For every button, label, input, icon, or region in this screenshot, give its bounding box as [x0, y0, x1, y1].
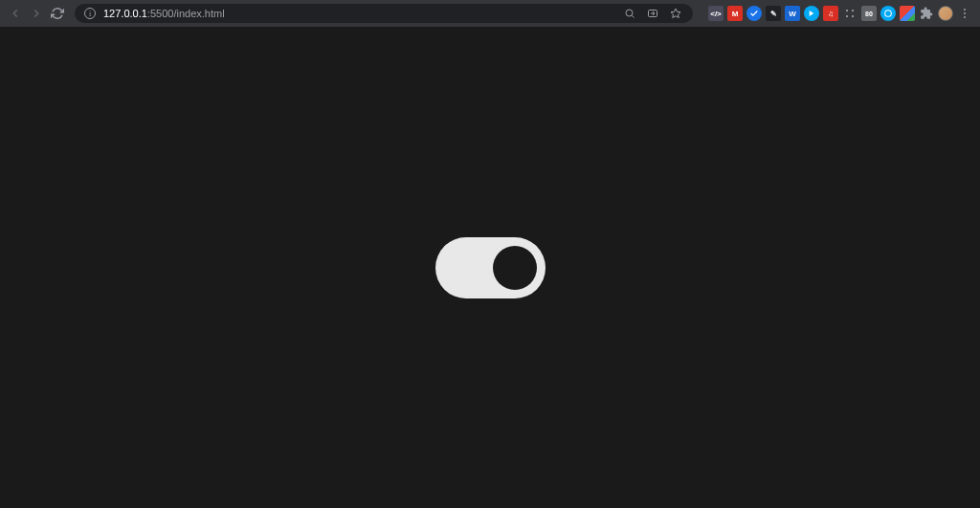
- extension-checkmark-icon[interactable]: [746, 6, 762, 21]
- profile-avatar[interactable]: [938, 6, 953, 21]
- extensions-puzzle-icon[interactable]: [919, 6, 934, 21]
- extension-cyan-icon[interactable]: [880, 6, 896, 21]
- toggle-knob: [493, 246, 537, 290]
- svg-point-0: [626, 10, 633, 16]
- url-text: 127.0.0.1:5500/index.html: [103, 8, 614, 19]
- extension-mega-icon[interactable]: M: [727, 6, 743, 21]
- share-icon[interactable]: [645, 6, 660, 21]
- browser-menu-icon[interactable]: [957, 6, 972, 21]
- extension-w-icon[interactable]: W: [785, 6, 800, 21]
- svg-point-8: [885, 11, 892, 17]
- address-bar[interactable]: i 127.0.0.1:5500/index.html: [75, 4, 693, 23]
- page-content: [0, 27, 980, 508]
- url-path: /index.html: [173, 8, 224, 19]
- url-port: :5500: [147, 8, 174, 19]
- back-button[interactable]: [8, 6, 23, 21]
- extension-devtools-icon[interactable]: </>: [708, 6, 724, 21]
- extension-red-icon[interactable]: ♫: [823, 6, 838, 21]
- forward-button[interactable]: [29, 6, 44, 21]
- extension-dots-icon[interactable]: [842, 6, 858, 21]
- toggle-switch[interactable]: [435, 237, 546, 298]
- bookmark-star-icon[interactable]: [668, 6, 683, 21]
- svg-marker-2: [671, 9, 680, 18]
- url-host: 127.0.0.1: [103, 8, 147, 19]
- extension-colorpicker-icon[interactable]: ✎: [766, 6, 781, 21]
- extensions-group: </> M ✎ W ♫ 80: [708, 6, 972, 21]
- extension-google-icon[interactable]: [900, 6, 915, 21]
- reload-button[interactable]: [50, 6, 65, 21]
- zoom-icon[interactable]: [622, 6, 637, 21]
- svg-point-6: [846, 15, 848, 17]
- svg-point-7: [852, 15, 854, 17]
- extension-counter-icon[interactable]: 80: [861, 6, 877, 21]
- svg-point-4: [846, 10, 848, 11]
- svg-marker-3: [810, 11, 814, 16]
- site-info-icon[interactable]: i: [84, 8, 96, 19]
- browser-toolbar: i 127.0.0.1:5500/index.html </> M ✎ W ♫ …: [0, 0, 980, 27]
- svg-point-5: [852, 10, 854, 11]
- extension-play-icon[interactable]: [804, 6, 819, 21]
